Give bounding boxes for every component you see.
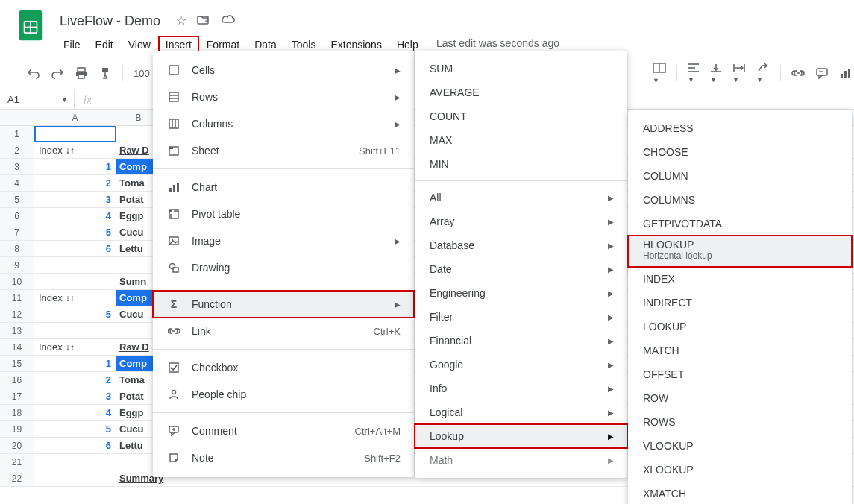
cloud-icon[interactable] (221, 13, 236, 28)
cell[interactable]: 4 (34, 208, 116, 224)
menu-columns[interactable]: Columns (153, 110, 414, 137)
last-edit-link[interactable]: Last edit was seconds ago (436, 37, 559, 49)
menu-chart[interactable]: Chart (153, 174, 414, 201)
menu-people-chip[interactable]: People chip (153, 381, 414, 408)
rotate-icon[interactable]: ▼ (756, 63, 770, 84)
cell[interactable]: 5 (34, 306, 116, 322)
row-header[interactable]: 7 (0, 224, 34, 240)
menu-edit[interactable]: Edit (88, 36, 121, 54)
func-cat-array[interactable]: Array (415, 210, 627, 233)
name-box[interactable]: A1 ▼ (0, 90, 75, 109)
func-cat-date[interactable]: Date (415, 257, 627, 281)
cell[interactable]: 2 (34, 372, 116, 388)
lookup-fn-indirect[interactable]: INDIRECT (628, 291, 852, 315)
menu-cells[interactable]: Cells (153, 57, 414, 84)
cell[interactable] (34, 126, 116, 142)
sheets-logo[interactable] (16, 9, 45, 42)
func-cat-logical[interactable]: Logical (415, 400, 627, 424)
lookup-fn-choose[interactable]: CHOOSE (628, 140, 852, 164)
cell[interactable]: 5 (34, 224, 116, 240)
row-header[interactable]: 10 (0, 274, 34, 289)
cell[interactable]: 1 (34, 356, 116, 371)
row-header[interactable]: 22 (0, 470, 34, 486)
cell[interactable] (34, 470, 116, 486)
zoom-level[interactable]: 100 (134, 68, 150, 79)
row-header[interactable]: 9 (0, 257, 34, 273)
menu-drawing[interactable]: Drawing (153, 254, 414, 281)
row-header[interactable]: 12 (0, 306, 34, 322)
menu-note[interactable]: Note Shift+F2 (153, 444, 414, 471)
func-sum[interactable]: SUM (415, 57, 627, 81)
cell[interactable] (34, 323, 116, 338)
row-header[interactable]: 18 (0, 405, 34, 420)
row-header[interactable]: 14 (0, 339, 34, 355)
lookup-fn-column[interactable]: COLUMN (628, 164, 852, 188)
lookup-fn-match[interactable]: MATCH (628, 338, 852, 362)
col-header-a[interactable]: A (34, 110, 116, 125)
link-icon[interactable] (791, 68, 805, 78)
undo-icon[interactable] (27, 66, 40, 80)
row-header[interactable]: 6 (0, 208, 34, 224)
lookup-fn-columns[interactable]: COLUMNS (628, 188, 852, 212)
func-cat-info[interactable]: Info (415, 377, 627, 400)
cell[interactable]: Index↓↑ (34, 339, 116, 355)
func-cat-financial[interactable]: Financial (415, 329, 627, 353)
valign-icon[interactable]: ▼ (710, 63, 722, 84)
menu-file[interactable]: File (56, 36, 88, 54)
func-min[interactable]: MIN (415, 152, 627, 176)
func-max[interactable]: MAX (415, 128, 627, 152)
func-count[interactable]: COUNT (415, 104, 627, 128)
func-cat-all[interactable]: All (415, 186, 627, 210)
wrap-icon[interactable]: ▼ (732, 63, 746, 84)
cell[interactable] (34, 274, 116, 289)
row-header[interactable]: 19 (0, 421, 34, 437)
cell[interactable]: 1 (34, 159, 116, 174)
menu-checkbox[interactable]: Checkbox (153, 354, 414, 381)
star-icon[interactable]: ☆ (176, 13, 186, 28)
row-header[interactable]: 13 (0, 323, 34, 338)
lookup-fn-xlookup[interactable]: XLOOKUP (628, 458, 852, 482)
cell[interactable]: Index↓↑ (34, 290, 116, 306)
chart-toolbar-icon[interactable] (839, 67, 851, 79)
row-header[interactable]: 21 (0, 454, 34, 470)
lookup-fn-row[interactable]: ROW (628, 386, 852, 410)
row-header[interactable]: 8 (0, 241, 34, 256)
row-header[interactable]: 5 (0, 192, 34, 207)
func-average[interactable]: AVERAGE (415, 81, 627, 104)
row-header[interactable]: 20 (0, 438, 34, 453)
lookup-fn-vlookup[interactable]: VLOOKUP (628, 434, 852, 458)
func-cat-lookup[interactable]: Lookup (415, 424, 627, 448)
func-cat-math[interactable]: Math (415, 448, 627, 472)
row-header[interactable]: 16 (0, 372, 34, 388)
row-header[interactable]: 4 (0, 175, 34, 191)
lookup-fn-getpivotdata[interactable]: GETPIVOTDATA (628, 212, 852, 236)
lookup-fn-offset[interactable]: OFFSET (628, 362, 852, 386)
print-icon[interactable] (75, 66, 88, 80)
cell[interactable]: 4 (34, 405, 116, 420)
row-header[interactable]: 17 (0, 388, 34, 404)
lookup-fn-address[interactable]: ADDRESS (628, 116, 852, 140)
move-icon[interactable] (197, 13, 210, 28)
doc-title[interactable]: LiveFlow - Demo (60, 13, 160, 29)
lookup-fn-xmatch[interactable]: XMATCH (628, 482, 852, 504)
cell[interactable]: 3 (34, 388, 116, 404)
cell[interactable]: 2 (34, 175, 116, 191)
cell-merge-icon[interactable]: ▼ (653, 62, 666, 85)
cell[interactable]: Index↓↑ (34, 142, 116, 158)
halign-icon[interactable]: ▼ (688, 63, 700, 84)
lookup-fn-hlookup[interactable]: HLOOKUPHorizontal lookup (628, 236, 852, 267)
func-cat-filter[interactable]: Filter (415, 305, 627, 329)
func-cat-google[interactable]: Google (415, 353, 627, 377)
menu-link[interactable]: Link Ctrl+K (153, 318, 414, 344)
menu-view[interactable]: View (121, 36, 158, 54)
row-header[interactable]: 1 (0, 126, 34, 142)
lookup-fn-index[interactable]: INDEX (628, 267, 852, 291)
cell[interactable]: 5 (34, 421, 116, 437)
cell[interactable]: 6 (34, 241, 116, 256)
lookup-fn-rows[interactable]: ROWS (628, 410, 852, 434)
menu-sheet[interactable]: Sheet Shift+F11 (153, 137, 414, 164)
menu-pivot[interactable]: Pivot table (153, 201, 414, 227)
lookup-fn-lookup[interactable]: LOOKUP (628, 315, 852, 338)
func-cat-database[interactable]: Database (415, 233, 627, 257)
menu-comment[interactable]: Comment Ctrl+Alt+M (153, 418, 414, 444)
